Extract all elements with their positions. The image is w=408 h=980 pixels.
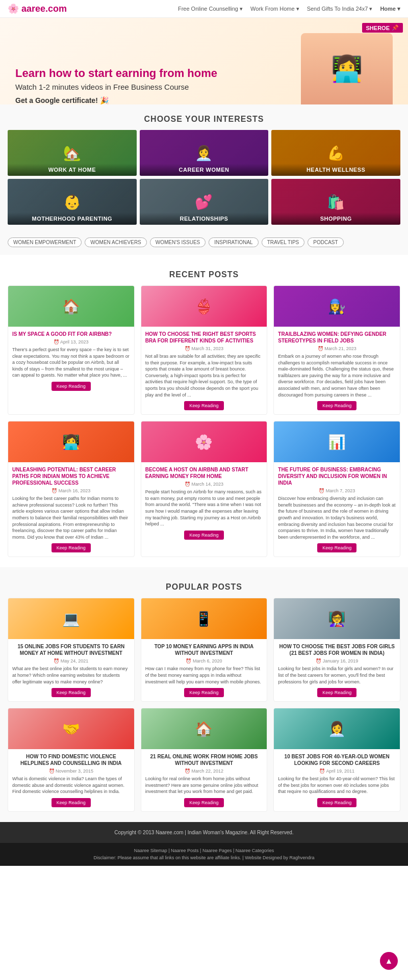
interests-title: CHOOSE YOUR INTERESTS <box>8 104 400 130</box>
tag-women-achievers[interactable]: WOMEN ACHIEVERS <box>85 237 146 247</box>
nav-gifts[interactable]: Send Gifts To India 24x7 ▾ <box>307 6 373 12</box>
post-card-date-4: March 14, 2023 <box>145 482 263 487</box>
post-card-title-2: TRAILBLAZING WOMEN: DEFYING GENDER STERE… <box>278 331 396 344</box>
interest-health[interactable]: 💪 HEALTH WELLNESS <box>271 130 400 176</box>
post-card-title-1: HOW TO CHOOSE THE RIGHT BEST SPORTS BRA … <box>145 331 263 344</box>
pop-card-img-1: 📱 <box>141 598 267 639</box>
hero-cert: Get a Google certificate! 🎉 <box>15 96 301 104</box>
recent-post-card-1: 👙 HOW TO CHOOSE THE RIGHT BEST SPORTS BR… <box>141 285 268 415</box>
keep-reading-btn-2[interactable]: Keep Reading <box>317 401 356 410</box>
hero-title: Learn how to start earning from home <box>15 67 301 80</box>
interest-relationships[interactable]: 💕 RELATIONSHIPS <box>140 179 269 225</box>
post-card-img-1: 👙 <box>141 286 267 327</box>
pop-keep-reading-btn-4[interactable]: Keep Reading <box>184 798 223 807</box>
recent-posts-grid: 🏠 IS MY SPACE A GOOD FIT FOR AIRBNB? Apr… <box>8 285 400 557</box>
interests-grid: 🏡 WORK AT HOME 👩‍💼 CAREER WOMEN 💪 HEALTH… <box>8 130 400 225</box>
pop-keep-reading-btn-0[interactable]: Keep Reading <box>52 688 91 697</box>
interest-career[interactable]: 👩‍💼 CAREER WOMEN <box>140 130 269 176</box>
interest-motherhood[interactable]: 👶 MOTHERHOOD PARENTING <box>8 179 137 225</box>
pop-card-title-4: 21 REAL ONLINE WORK FROM HOME JOBS WITHO… <box>145 753 263 766</box>
pop-card-date-2: January 16, 2019 <box>278 658 396 664</box>
pop-card-body-1: TOP 10 MONEY EARNING APPS IN INDIA WITHO… <box>141 639 267 701</box>
sheroe-badge[interactable]: SHEROE 📌 <box>362 23 403 33</box>
nav-links: Free Online Counselling ▾ Work From Home… <box>178 6 400 12</box>
post-card-body-0: IS MY SPACE A GOOD FIT FOR AIRBNB? April… <box>8 327 134 395</box>
pop-card-title-1: TOP 10 MONEY EARNING APPS IN INDIA WITHO… <box>145 643 263 656</box>
pop-card-img-5: 👩‍💼 <box>274 708 400 749</box>
pop-card-date-1: March 6, 2020 <box>145 658 263 664</box>
hero-subtitle: Watch 1-2 minutes videos in Free Busines… <box>15 83 301 91</box>
popular-post-card-5: 👩‍💼 10 BEST JOBS FOR 40-YEAR-OLD WOMEN L… <box>273 708 400 812</box>
popular-post-card-4: 🏠 21 REAL ONLINE WORK FROM HOME JOBS WIT… <box>141 708 268 812</box>
post-card-excerpt-0: There's a perfect guest for every space … <box>12 347 130 379</box>
interest-shopping[interactable]: 🛍️ SHOPPING <box>271 179 400 225</box>
pop-card-body-0: 15 ONLINE JOBS FOR STUDENTS TO EARN MONE… <box>8 639 134 701</box>
post-card-excerpt-4: People start hosting on Airbnb for many … <box>145 489 263 527</box>
interest-work-home[interactable]: 🏡 WORK AT HOME <box>8 130 137 176</box>
pop-card-body-5: 10 BEST JOBS FOR 40-YEAR-OLD WOMEN LOOKI… <box>274 749 400 811</box>
tags-row: WOMEN EMPOWERMENT WOMEN ACHIEVERS WOMEN'… <box>8 237 400 247</box>
popular-posts-grid: 💻 15 ONLINE JOBS FOR STUDENTS TO EARN MO… <box>8 598 400 812</box>
pop-keep-reading-btn-5[interactable]: Keep Reading <box>317 798 356 807</box>
nav-counselling[interactable]: Free Online Counselling ▾ <box>178 6 243 12</box>
logo-area[interactable]: 🌸 aaree.com <box>8 3 67 14</box>
nav-home[interactable]: Home ▾ <box>380 6 400 12</box>
keep-reading-btn-4[interactable]: Keep Reading <box>184 531 223 540</box>
hero-banner: Learn how to start earning from home Wat… <box>0 18 408 104</box>
pop-card-img-3: 🤝 <box>8 708 134 749</box>
interest-relationships-label: RELATIONSHIPS <box>140 213 269 225</box>
post-card-excerpt-2: Embark on a journey of women who rose th… <box>278 353 396 398</box>
hero-image: 👩‍💻 <box>301 33 393 104</box>
post-card-body-2: TRAILBLAZING WOMEN: DEFYING GENDER STERE… <box>274 327 400 414</box>
pop-card-body-2: HOW TO CHOOSE THE BEST JOBS FOR GIRLS (2… <box>274 639 400 701</box>
hero-image-placeholder: 👩‍💻 <box>301 33 393 104</box>
pop-card-excerpt-1: How can I make money from my phone for f… <box>145 666 263 685</box>
pop-keep-reading-btn-2[interactable]: Keep Reading <box>317 688 356 697</box>
post-card-img-0: 🏠 <box>8 286 134 327</box>
footer-links: Naaree Sitemap | Naaree Posts | Naaree P… <box>0 843 408 866</box>
tag-inspirational[interactable]: INSPIRATIONAL <box>209 237 258 247</box>
hero-text: Learn how to start earning from home Wat… <box>15 67 301 104</box>
tag-podcast[interactable]: PODCAST <box>308 237 343 247</box>
post-card-body-4: BECOME A HOST ON AIRBNB AND START EARNIN… <box>141 462 267 544</box>
keep-reading-btn-3[interactable]: Keep Reading <box>52 543 91 552</box>
pop-card-title-3: HOW TO FIND DOMESTIC VIOLENCE HELPLINES … <box>12 753 130 766</box>
footer-copyright: Copyright © 2013 Naaree.com | Indian Wom… <box>114 830 293 835</box>
interest-shopping-label: SHOPPING <box>271 213 400 225</box>
tag-travel-tips[interactable]: TRAVEL TIPS <box>262 237 305 247</box>
recent-post-card-4: 🌸 BECOME A HOST ON AIRBNB AND START EARN… <box>141 421 268 557</box>
popular-post-card-3: 🤝 HOW TO FIND DOMESTIC VIOLENCE HELPLINE… <box>8 708 135 812</box>
post-card-img-3: 👩‍💻 <box>8 421 134 462</box>
footer-links-line: Naaree Sitemap | Naaree Posts | Naaree P… <box>8 847 400 854</box>
tag-womens-issues[interactable]: WOMEN'S ISSUES <box>150 237 206 247</box>
site-logo[interactable]: 🌸 aaree.com <box>8 3 67 14</box>
keep-reading-btn-0[interactable]: Keep Reading <box>52 382 91 391</box>
pop-keep-reading-btn-1[interactable]: Keep Reading <box>184 688 223 697</box>
pop-card-excerpt-0: What are the best online jobs for studen… <box>12 666 130 685</box>
recent-posts-title: RECENT POSTS <box>8 260 400 285</box>
keep-reading-btn-5[interactable]: Keep Reading <box>317 543 356 552</box>
footer-disclaimer: Disclaimer: Please assume that all links… <box>8 854 400 861</box>
post-card-excerpt-1: Not all bras are suitable for all activi… <box>145 353 263 398</box>
tags-section: WOMEN EMPOWERMENT WOMEN ACHIEVERS WOMEN'… <box>0 232 408 255</box>
pop-card-body-3: HOW TO FIND DOMESTIC VIOLENCE HELPLINES … <box>8 749 134 811</box>
post-card-date-5: March 7, 2023 <box>278 488 396 493</box>
post-card-title-0: IS MY SPACE A GOOD FIT FOR AIRBNB? <box>12 331 130 337</box>
keep-reading-btn-1[interactable]: Keep Reading <box>184 401 223 410</box>
pop-card-title-2: HOW TO CHOOSE THE BEST JOBS FOR GIRLS (2… <box>278 643 396 656</box>
interest-career-label: CAREER WOMEN <box>140 164 269 176</box>
nav-work-home[interactable]: Work From Home ▾ <box>250 6 299 12</box>
pop-card-img-4: 🏠 <box>141 708 267 749</box>
tag-women-empowerment[interactable]: WOMEN EMPOWERMENT <box>8 237 82 247</box>
popular-posts-section: POPULAR POSTS 💻 15 ONLINE JOBS FOR STUDE… <box>0 567 408 822</box>
post-card-img-4: 🌸 <box>141 421 267 462</box>
pop-card-title-0: 15 ONLINE JOBS FOR STUDENTS TO EARN MONE… <box>12 643 130 656</box>
pop-card-date-3: November 3, 2015 <box>12 769 130 774</box>
popular-post-card-1: 📱 TOP 10 MONEY EARNING APPS IN INDIA WIT… <box>141 598 268 702</box>
sheroe-label: SHEROE <box>366 25 390 31</box>
pop-keep-reading-btn-3[interactable]: Keep Reading <box>52 798 91 807</box>
post-card-date-1: March 31, 2023 <box>145 346 263 351</box>
pinterest-icon: 📌 <box>392 24 399 31</box>
pop-card-date-5: April 19, 2011 <box>278 769 396 774</box>
pop-card-excerpt-2: Looking for best jobs in India for girls… <box>278 666 396 685</box>
